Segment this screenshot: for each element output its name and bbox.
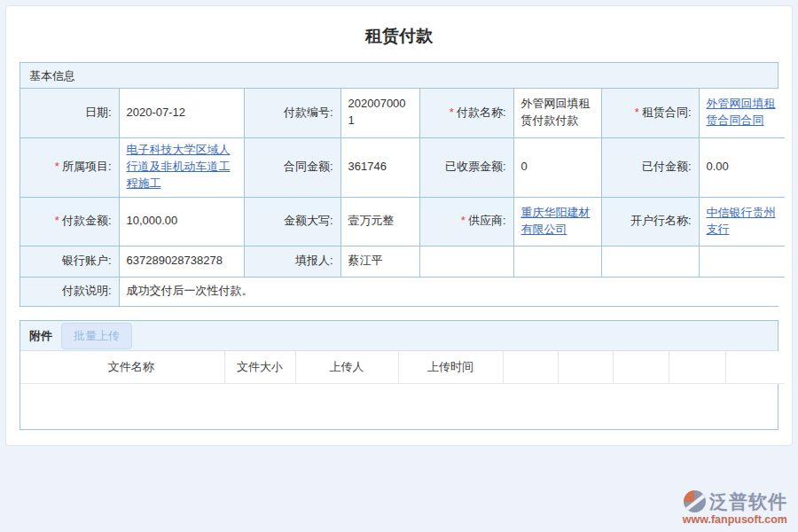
empty-cell — [601, 246, 699, 277]
preparer-value: 蔡江平 — [340, 246, 419, 277]
payment-amount-label: *付款金额: — [20, 197, 119, 246]
bank-account-label: 银行账户: — [20, 246, 119, 277]
project-value: 电子科技大学区域人行道及非机动车道工程施工 — [119, 137, 244, 197]
payment-note-label: 付款说明: — [20, 277, 119, 306]
lease-contract-link[interactable]: 外管网回填租赁合同合同 — [707, 97, 776, 127]
payment-name-label: *付款名称: — [419, 89, 513, 137]
bank-name-label: 开户行名称: — [601, 197, 699, 246]
required-mark: * — [55, 160, 59, 173]
invoiced-amount-label: 已收票金额: — [419, 137, 513, 197]
brand-name: 泛普软件 — [709, 491, 787, 512]
empty-column-header — [558, 351, 613, 383]
supplier-value: 重庆华阳建材有限公司 — [513, 197, 601, 246]
preparer-label: 填报人: — [244, 246, 340, 277]
project-label: *所属项目: — [20, 137, 119, 197]
column-header-upload-time: 上传时间 — [398, 351, 503, 383]
paid-amount-value: 0.00 — [699, 137, 785, 197]
amount-words-label: 金额大写: — [244, 197, 340, 246]
attachments-empty-body — [20, 384, 778, 429]
supplier-label: *供应商: — [419, 197, 513, 246]
empty-column-header — [503, 351, 558, 383]
paid-amount-label: 已付金额: — [601, 137, 699, 197]
required-mark: * — [55, 214, 59, 227]
basic-info-section-title: 基本信息 — [20, 63, 778, 89]
footer: 泛普软件 www.fanpusoft.com — [0, 490, 798, 526]
date-label: 日期: — [20, 89, 119, 137]
contract-amount-value: 361746 — [340, 137, 419, 197]
brand-block: 泛普软件 www.fanpusoft.com — [683, 490, 787, 526]
project-link[interactable]: 电子科技大学区域人行道及非机动车道工程施工 — [127, 143, 231, 190]
main-panel: 租赁付款 基本信息 日期: 2020-07-12 付款编号: 202007000… — [5, 5, 793, 446]
supplier-link[interactable]: 重庆华阳建材有限公司 — [521, 206, 591, 236]
empty-column-header — [725, 351, 785, 383]
column-header-uploader: 上传人 — [295, 351, 398, 383]
lease-contract-label: *租赁合同: — [601, 89, 699, 137]
batch-upload-button[interactable]: 批量上传 — [61, 323, 132, 349]
payment-note-value: 成功交付后一次性付款。 — [119, 277, 785, 306]
bank-name-value: 中信银行贵州支行 — [699, 197, 785, 246]
basic-info-table: 日期: 2020-07-12 付款编号: 2020070001 *付款名称: 外… — [20, 89, 785, 306]
bank-name-link[interactable]: 中信银行贵州支行 — [707, 206, 776, 236]
required-mark: * — [635, 106, 639, 119]
required-mark: * — [461, 214, 466, 227]
required-mark: * — [450, 106, 454, 119]
payment-no-label: 付款编号: — [244, 89, 340, 137]
payment-name-value: 外管网回填租赁付款付款 — [513, 89, 601, 137]
brand-website: www.fanpusoft.com — [683, 513, 787, 526]
basic-info-section: 基本信息 日期: 2020-07-12 付款编号: 2020070001 *付款… — [20, 62, 778, 307]
empty-column-header — [669, 351, 725, 383]
column-header-file-size: 文件大小 — [224, 351, 295, 383]
contract-amount-label: 合同金额: — [244, 137, 340, 197]
payment-no-value: 2020070001 — [340, 89, 419, 137]
date-value: 2020-07-12 — [119, 89, 244, 137]
attachments-header: 附件 批量上传 — [20, 321, 778, 351]
lease-contract-value: 外管网回填租赁合同合同 — [699, 89, 785, 137]
empty-cell — [513, 246, 601, 277]
attachments-table: 文件名称 文件大小 上传人 上传时间 — [20, 351, 785, 384]
empty-cell — [699, 246, 785, 277]
invoiced-amount-value: 0 — [513, 137, 601, 197]
attachments-title: 附件 — [29, 328, 52, 344]
column-header-file-name: 文件名称 — [20, 351, 224, 383]
payment-amount-value: 10,000.00 — [119, 197, 244, 246]
amount-words-value: 壹万元整 — [340, 197, 419, 246]
empty-column-header — [613, 351, 669, 383]
bank-account-value: 637289028738278 — [119, 246, 244, 277]
fanpu-logo-icon — [684, 490, 706, 512]
attachments-section: 附件 批量上传 文件名称 文件大小 上传人 上传时间 — [20, 320, 778, 430]
page-title: 租赁付款 — [20, 6, 778, 62]
empty-cell — [419, 246, 513, 277]
